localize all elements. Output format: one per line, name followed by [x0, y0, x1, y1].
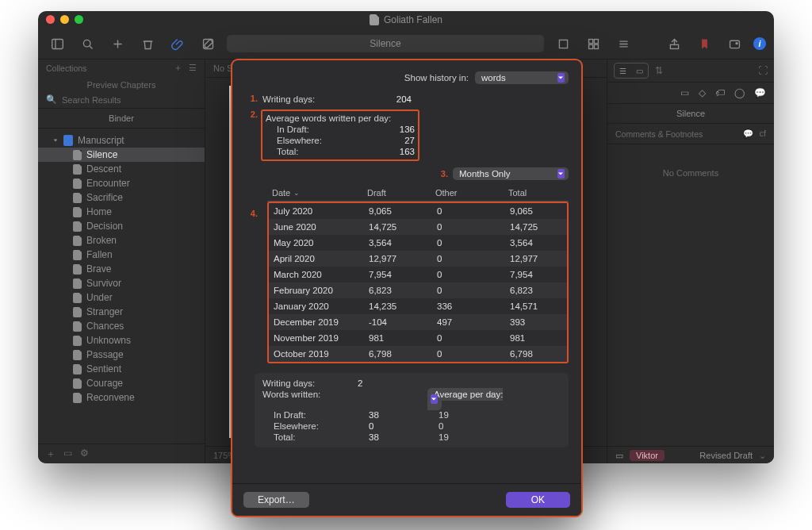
tree-item[interactable]: Chances — [38, 319, 205, 333]
bookmark-icon[interactable] — [693, 34, 715, 53]
tree-item-label: Encounter — [86, 178, 130, 189]
trash-button[interactable] — [136, 34, 159, 53]
table-row[interactable]: February 20206,82306,823 — [269, 282, 567, 298]
tab-comments-icon[interactable]: 💬 — [754, 87, 766, 98]
footnote-icon[interactable]: cf — [760, 129, 766, 139]
preview-chapters-tab[interactable]: Preview Chapters — [38, 75, 205, 94]
view-cork-button[interactable] — [582, 34, 604, 53]
tree-item[interactable]: Courage — [38, 376, 205, 390]
window-title: Goliath Fallen — [370, 14, 442, 25]
tree-item[interactable]: Broken — [38, 233, 205, 248]
tree-item[interactable]: Survivor — [38, 276, 205, 290]
tree-item[interactable]: Encounter — [38, 176, 205, 190]
tree-item[interactable]: Brave — [38, 262, 205, 276]
tree-item[interactable]: Fallen — [38, 248, 205, 262]
col-date[interactable]: Date⌄ — [267, 185, 362, 201]
file-icon — [73, 378, 82, 389]
table-row[interactable]: January 202014,23533614,571 — [269, 298, 567, 314]
tree-item[interactable]: Reconvene — [38, 390, 205, 405]
sel-in-draft-label: In Draft: — [262, 410, 362, 420]
add-item-button[interactable]: ＋ — [46, 447, 56, 461]
collections-label: Collections — [46, 63, 86, 73]
tab-notes-icon[interactable]: ▭ — [680, 87, 689, 98]
sel-words-written-label: Words written: — [262, 390, 351, 409]
snapshot-button[interactable] — [723, 34, 745, 53]
table-row[interactable]: March 20207,95407,954 — [269, 267, 567, 282]
export-button[interactable]: Export… — [243, 492, 309, 508]
sel-elsewhere-label: Elsewhere: — [262, 421, 362, 431]
file-icon — [73, 350, 82, 360]
table-row[interactable]: June 202014,725014,725 — [269, 219, 567, 235]
label-pill[interactable]: Viktor — [630, 450, 665, 461]
tree-item[interactable]: Unknowns — [38, 333, 205, 348]
inspector-segmented[interactable]: ☰▭ — [614, 63, 649, 79]
avg-draft-value: 136 — [375, 125, 415, 134]
tree-item[interactable]: Sacrifice — [38, 190, 205, 205]
cell-other: 497 — [432, 314, 505, 330]
tree-item[interactable]: Sentient — [38, 362, 205, 376]
col-other[interactable]: Other — [431, 185, 504, 201]
col-total[interactable]: Total — [504, 185, 569, 201]
minimize-window-button[interactable] — [60, 15, 69, 24]
lock-icon[interactable]: ▭ — [615, 451, 623, 461]
table-row[interactable]: April 202012,977012,977 — [269, 251, 567, 267]
folder-icon[interactable]: ▭ — [63, 447, 72, 461]
cell-date: January 2020 — [269, 298, 364, 314]
sel-total-val: 38 — [369, 432, 424, 442]
file-icon — [73, 207, 82, 217]
share-button[interactable] — [663, 34, 685, 53]
collections-menu-icon[interactable]: ☰ — [189, 63, 197, 74]
grouping-select[interactable]: Months Only — [453, 167, 569, 180]
table-row[interactable]: July 20209,06509,065 — [269, 203, 567, 219]
sel-writing-days-value: 2 — [358, 378, 413, 388]
close-window-button[interactable] — [46, 15, 55, 24]
tab-bookmarks-icon[interactable]: ◇ — [699, 87, 706, 98]
info-icon[interactable]: i — [753, 37, 766, 50]
comment-icon[interactable]: 💬 — [743, 129, 753, 139]
comments-footnotes-label: Comments & Footnotes — [615, 129, 703, 139]
file-icon — [73, 150, 82, 160]
view-outline-button[interactable] — [612, 34, 634, 53]
cell-other: 0 — [432, 219, 505, 235]
tree-item[interactable]: Home — [38, 205, 205, 219]
tree-item[interactable]: Under — [38, 290, 205, 305]
gear-icon[interactable]: ⚙︎ — [80, 447, 89, 461]
zoom-window-button[interactable] — [75, 15, 83, 24]
search-results-tab[interactable]: Search Results — [62, 95, 121, 105]
document-title-pill[interactable]: Silence — [227, 35, 544, 52]
tab-snapshots-icon[interactable]: ◯ — [734, 87, 745, 98]
file-icon — [73, 221, 82, 232]
tab-metadata-icon[interactable]: 🏷 — [715, 87, 725, 98]
add-collection-icon[interactable]: ＋ — [174, 63, 182, 74]
disclosure-triangle-icon[interactable] — [52, 137, 59, 144]
status-dropdown[interactable]: Revised Draft — [699, 451, 753, 460]
tree-item[interactable]: Stranger — [38, 305, 205, 319]
cell-date: November 2019 — [269, 330, 364, 346]
tree-item-label: Under — [86, 292, 113, 303]
view-single-button[interactable] — [552, 34, 574, 53]
attach-button[interactable] — [167, 34, 189, 53]
show-history-select[interactable]: words — [475, 71, 569, 84]
add-button[interactable] — [106, 34, 128, 53]
col-draft[interactable]: Draft — [362, 185, 431, 201]
tree-item[interactable]: Passage — [38, 348, 205, 362]
tree-item-manuscript[interactable]: Manuscript — [38, 133, 205, 148]
chevron-icon[interactable]: ⇅ — [655, 65, 663, 76]
ok-button[interactable]: OK — [506, 492, 570, 508]
table-row[interactable]: October 20196,79806,798 — [269, 346, 567, 362]
table-row[interactable]: December 2019-104497393 — [269, 314, 567, 330]
titlebar: Goliath Fallen — [38, 11, 774, 29]
avg-per-day-select[interactable]: Average per day: — [427, 388, 503, 410]
compose-mode-icon[interactable]: ⛶ — [758, 65, 768, 76]
cell-other: 0 — [432, 251, 505, 267]
tree-item[interactable]: Silence — [38, 148, 205, 162]
tree-item[interactable]: Decision — [38, 219, 205, 233]
table-row[interactable]: November 20199810981 — [269, 330, 567, 346]
search-button[interactable] — [76, 34, 98, 53]
compose-button[interactable] — [197, 34, 219, 53]
svg-point-18 — [735, 41, 737, 44]
document-icon — [370, 14, 379, 25]
binder-toggle-button[interactable] — [46, 34, 68, 53]
table-row[interactable]: May 20203,56403,564 — [269, 235, 567, 251]
tree-item[interactable]: Descent — [38, 162, 205, 176]
